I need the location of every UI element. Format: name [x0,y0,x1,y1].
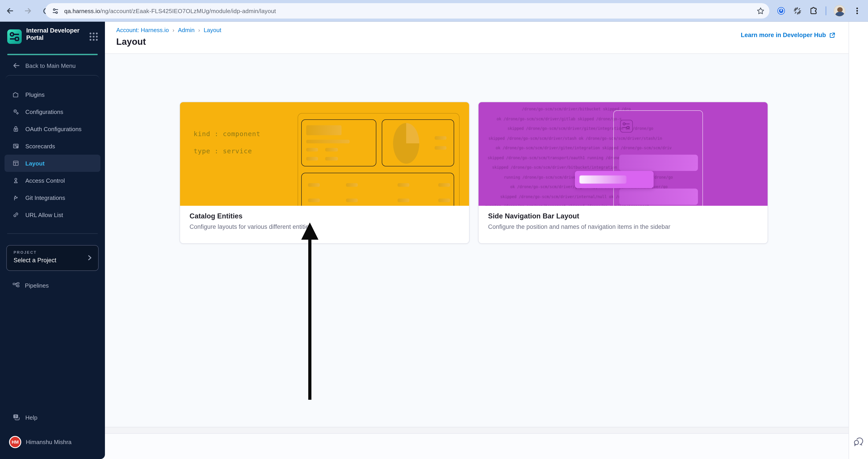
sidebar-item-pipelines[interactable]: Pipelines [0,281,105,290]
sidebar-item-oauth-configurations[interactable]: OAuth Configurations [4,120,100,137]
browser-window: qa.harness.io/ng/account/zEaak-FLS425IEO… [0,0,868,459]
sidebar-item-git-integrations[interactable]: Git Integrations [4,189,100,206]
learn-more-link[interactable]: Learn more in Developer Hub [741,32,835,38]
catalog-entities-card[interactable]: kind : component type : service [180,102,469,244]
breadcrumb-separator: › [198,27,200,33]
svg-text:?: ? [15,415,17,418]
project-label: PROJECT [13,250,37,255]
1password-icon[interactable] [777,6,786,15]
gears-icon [12,108,20,115]
three-dot-menu-icon[interactable] [852,6,862,15]
url-bar[interactable]: qa.harness.io/ng/account/zEaak-FLS425IEO… [45,3,769,19]
side-nav-illustration: /drone/go-scm/scm/driver/bitbucket skipp… [478,102,768,206]
wireframe-chart-panel [382,120,454,166]
chevron-right-icon [86,254,94,262]
lock-icon [12,125,20,132]
back-arrow-icon[interactable] [5,6,14,15]
link-icon [12,211,20,219]
project-divider [7,233,98,234]
url-host: qa.harness.io [64,7,100,14]
person-icon [12,177,20,184]
breadcrumb-admin[interactable]: Admin [178,27,195,33]
breadcrumb: Account: Harness.io › Admin › Layout [116,27,221,33]
browser-toolbar: qa.harness.io/ng/account/zEaak-FLS425IEO… [0,0,868,22]
main-area: Account: Harness.io › Admin › Layout Lay… [105,22,868,459]
scorecard-icon [12,142,20,150]
sidebar-item-access-control[interactable]: Access Control [4,172,100,189]
url-path: /ng/account/zEaak-FLS425IEO7OLzMUg/modul… [100,7,276,14]
nav-divider [5,75,99,80]
card-description: Configure the position and names of navi… [488,223,758,230]
pipelines-icon [12,282,20,289]
external-link-icon [829,32,835,38]
harness-idp-logo[interactable] [7,29,22,44]
project-value: Select a Project [13,257,56,264]
puzzle-icon [12,91,20,98]
mini-nav-item [619,155,698,171]
spinner-icon[interactable] [793,6,802,15]
pie-chart-shape [393,123,419,164]
side-nav-layout-card[interactable]: /drone/go-scm/scm/driver/bitbucket skipp… [478,102,768,244]
footer-strip [105,427,848,434]
mini-idp-logo-icon [620,120,633,132]
catalog-entities-illustration: kind : component type : service [180,102,469,206]
layout-icon [12,160,20,167]
url-text[interactable]: qa.harness.io/ng/account/zEaak-FLS425IEO… [64,7,276,14]
footer-area [105,434,848,459]
toolbar-separator [826,6,827,15]
page-header: Account: Harness.io › Admin › Layout Lay… [105,22,868,54]
app-shell: Internal Developer Portal Back to Main M… [0,22,868,459]
forward-arrow-icon[interactable] [24,6,33,15]
sidebar-item-configurations[interactable]: Configurations [4,103,100,120]
sidebar-item-help[interactable]: ? Help [0,413,105,422]
left-arrow-icon [12,62,20,70]
mini-nav-item [619,189,698,205]
help-chat-icon: ? [12,413,20,422]
app-switcher-grid-icon[interactable] [90,33,98,41]
card-description: Configure layouts for various different … [189,223,460,230]
mini-nav-item-dragging [575,171,654,188]
sidebar-item-url-allow-list[interactable]: URL Allow List [4,206,100,223]
extensions-puzzle-icon[interactable] [809,6,818,15]
entity-yaml-snippet: kind : component type : service [194,130,260,165]
tune-icon[interactable] [51,6,60,15]
sidebar: Internal Developer Portal Back to Main M… [0,22,105,459]
sidebar-item-layout[interactable]: Layout [4,155,100,172]
card-title: Catalog Entities [189,212,460,220]
sidebar-nav: Plugins Configurations OAuth Configurati… [4,86,100,223]
card-title: Side Navigation Bar Layout [488,212,758,220]
mini-sidebar-frame [613,110,703,206]
content-area: kind : component type : service [105,54,868,459]
project-selector[interactable]: PROJECT Select a Project [6,245,99,271]
user-avatar: HM [9,436,21,448]
browser-profile-avatar[interactable] [834,5,845,17]
breadcrumb-account[interactable]: Account: Harness.io [116,27,169,33]
page-title: Layout [116,37,146,47]
user-name: Himanshu Mishra [26,438,71,445]
star-icon[interactable] [756,6,765,15]
back-label: Back to Main Menu [25,62,76,69]
right-rail [848,22,868,459]
up-arrow-annotation [299,222,321,401]
sidebar-item-plugins[interactable]: Plugins [4,86,100,103]
breadcrumb-layout[interactable]: Layout [204,27,221,33]
wireframe-table-panel [301,173,454,206]
branch-icon [12,194,20,201]
user-menu[interactable]: HM Himanshu Mishra [0,435,105,449]
feedback-chat-icon[interactable] [852,435,865,447]
app-title: Internal Developer Portal [26,27,80,42]
wireframe-about-panel [301,120,376,166]
back-to-main-menu[interactable]: Back to Main Menu [0,61,105,70]
sidebar-item-scorecards[interactable]: Scorecards [4,137,100,155]
brand-accent-line [7,54,98,55]
breadcrumb-separator: › [173,27,174,33]
